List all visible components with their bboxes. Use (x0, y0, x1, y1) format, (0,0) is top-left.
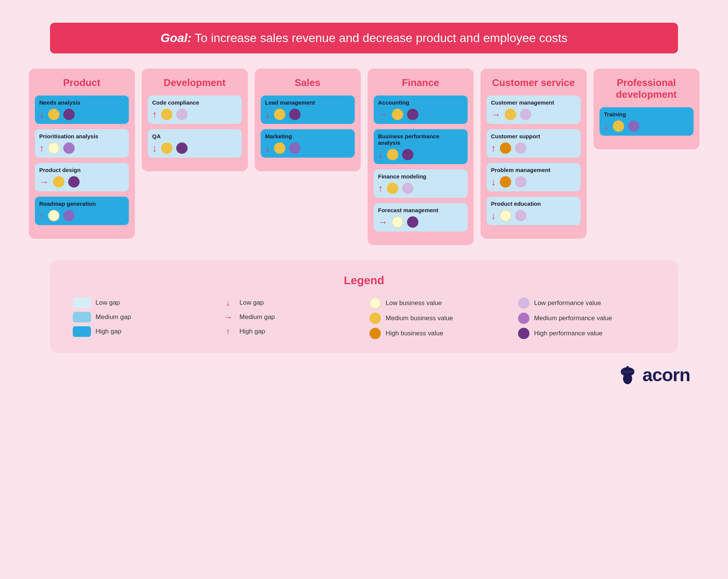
card-title: Prioritisation analysis (39, 133, 124, 139)
pv-circle-pv-medium (628, 120, 639, 132)
column-product: ProductNeeds analysis↓Prioritisation ana… (29, 69, 135, 239)
svg-point-2 (623, 373, 632, 384)
column-title-sales: Sales (295, 77, 321, 89)
bv-circle-bv-medium (392, 109, 403, 120)
acorn-logo: acorn (618, 364, 690, 385)
columns-wrapper: ProductNeeds analysis↓Prioritisation ana… (15, 69, 713, 245)
up-arrow-icon: ↑ (491, 143, 496, 153)
pv-low-label: Low performance value (534, 299, 601, 307)
pv-medium-circle (518, 313, 529, 324)
legend-arrows: ↓ Low gap → Medium gap ↑ High gap (221, 297, 359, 339)
card-indicators: ↑ (378, 183, 463, 194)
legend-item-high-gap-arrow: ↑ High gap (221, 326, 359, 337)
down-arrow-icon: ↓ (604, 121, 609, 131)
pv-high-label: High performance value (534, 330, 602, 337)
goal-description: To increase sales revenue and decrease p… (191, 31, 567, 45)
pv-circle-pv-low (515, 176, 526, 188)
legend-item-medium-gap-rect: Medium gap (73, 312, 210, 322)
bv-circle-bv-medium (53, 176, 64, 188)
legend-item-high-gap-rect: High gap (73, 326, 210, 337)
pv-high-circle (518, 328, 529, 339)
pv-circle-pv-high (68, 176, 80, 188)
bv-circle-bv-low (500, 210, 511, 221)
legend-pv: Low performance value Medium performance… (518, 297, 655, 339)
down-arrow-icon: ↓ (265, 110, 270, 119)
card-indicators: ↑ (491, 142, 576, 154)
pv-circle-pv-high (407, 109, 418, 120)
pv-medium-label: Medium performance value (534, 315, 612, 322)
card-title: Forecast management (378, 207, 463, 213)
card-title: QA (152, 133, 237, 139)
low-gap-rect-label: Low gap (96, 299, 120, 307)
pv-circle-pv-high (289, 109, 301, 120)
card-problem-management: Problem management↓ (487, 163, 581, 191)
card-needs-analysis: Needs analysis↓ (35, 95, 129, 124)
bv-medium-label: Medium business value (385, 315, 453, 322)
card-marketing: Marketing↓ (261, 129, 355, 158)
goal-text: Goal: To increase sales revenue and decr… (161, 31, 568, 45)
high-gap-arrow-icon: ↑ (221, 326, 235, 337)
bv-circle-bv-high (500, 176, 511, 188)
down-arrow-icon: ↓ (491, 177, 496, 187)
pv-circle-pv-low (176, 109, 188, 120)
card-title: Needs analysis (39, 99, 124, 106)
legend-grid: Low gap Medium gap High gap ↓ Low gap → … (73, 297, 655, 339)
legend-section: Legend Low gap Medium gap High gap ↓ Low… (50, 260, 678, 353)
pv-low-circle (518, 297, 529, 309)
goal-banner: Goal: To increase sales revenue and decr… (50, 23, 678, 53)
card-prioritisation-analysis: Prioritisation analysis↑ (35, 129, 129, 158)
low-gap-arrow-label: Low gap (240, 299, 264, 307)
column-development: DevelopmentCode compliance↑QA↓ (142, 69, 248, 171)
right-arrow-icon: → (378, 110, 388, 119)
up-arrow-icon: ↑ (39, 211, 44, 221)
medium-gap-arrow-label: Medium gap (240, 313, 275, 321)
card-indicators: ↓ (491, 176, 576, 188)
pv-circle-pv-medium (289, 142, 301, 154)
column-title-finance: Finance (402, 77, 439, 89)
card-indicators: ↓ (265, 109, 350, 120)
bv-circle-bv-low (392, 216, 403, 228)
card-lead-management: Lead management↓ (261, 95, 355, 124)
card-title: Customer support (491, 133, 576, 139)
svg-rect-3 (626, 366, 629, 370)
column-professional-development: Professional developmentTraining↓ (593, 69, 700, 149)
legend-item-low-gap-arrow: ↓ Low gap (221, 297, 359, 308)
legend-item-bv-high: High business value (369, 328, 507, 339)
legend-title: Legend (73, 274, 655, 287)
card-customer-support: Customer support↑ (487, 129, 581, 158)
pv-circle-pv-medium (63, 210, 75, 221)
medium-gap-arrow-icon: → (221, 312, 235, 322)
acorn-icon (618, 364, 637, 385)
card-title: Finance modeling (378, 173, 463, 180)
goal-label: Goal: (161, 31, 192, 45)
bv-circle-bv-medium (274, 109, 285, 120)
bv-circle-bv-low (48, 142, 59, 154)
card-customer-management: Customer management→ (487, 95, 581, 124)
bv-circle-bv-medium (161, 109, 172, 120)
legend-item-pv-medium: Medium performance value (518, 313, 655, 324)
card-accounting: Accounting→ (374, 95, 468, 124)
card-title: Problem management (491, 167, 576, 173)
card-indicators: ↓ (604, 120, 689, 132)
up-arrow-icon: ↑ (378, 183, 383, 193)
card-indicators: ↓ (378, 149, 463, 160)
pv-circle-pv-high (407, 216, 418, 228)
card-product-design: Product design→ (35, 163, 129, 191)
bv-medium-circle (369, 313, 381, 324)
column-title-customer-service: Customer service (492, 77, 575, 89)
high-gap-rect-label: High gap (96, 328, 121, 335)
card-title: Customer management (491, 99, 576, 106)
up-arrow-icon: ↑ (152, 110, 157, 119)
legend-item-medium-gap-arrow: → Medium gap (221, 312, 359, 322)
acorn-logo-text: acorn (642, 365, 690, 385)
column-customer-service: Customer serviceCustomer management→Cust… (481, 69, 587, 239)
down-arrow-icon: ↓ (265, 143, 270, 153)
card-title: Marketing (265, 133, 350, 139)
card-title: Lead management (265, 99, 350, 106)
right-arrow-icon: → (491, 110, 501, 119)
down-arrow-icon: ↓ (39, 110, 44, 119)
svg-rect-1 (622, 371, 633, 372)
bv-circle-bv-high (500, 142, 511, 154)
pv-circle-pv-low (515, 142, 526, 154)
card-indicators: ↑ (39, 142, 124, 154)
